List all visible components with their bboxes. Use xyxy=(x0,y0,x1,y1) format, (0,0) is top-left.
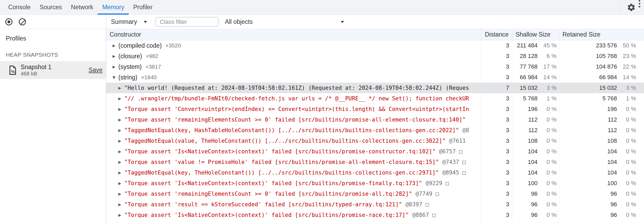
retained-size-value: 104 xyxy=(559,148,617,155)
class-filter-input[interactable] xyxy=(155,17,218,27)
object-id: @8 xyxy=(462,127,469,133)
expand-triangle-icon[interactable]: ▶ xyxy=(118,139,124,143)
shallow-size-cell: 15 0323 % xyxy=(512,83,559,93)
tab-profiler[interactable]: Profiler xyxy=(129,0,157,15)
table-row[interactable]: ▶"// .wrangler/tmp/bundle-FmNIt0/checked… xyxy=(106,93,644,104)
shallow-size-value: 5 768 xyxy=(512,95,538,102)
table-row[interactable]: ▼(string)×1840366 98414 %66 98414 % xyxy=(106,72,644,83)
table-row[interactable]: ▶"Torque assert 'value != PromiseHole' f… xyxy=(106,157,644,167)
expand-triangle-icon[interactable]: ▶ xyxy=(118,118,124,122)
constructor-name: (system) xyxy=(118,63,142,70)
expand-triangle-icon[interactable]: ▶ xyxy=(118,107,124,111)
clear-profiles-button[interactable] xyxy=(19,18,26,25)
profiles-title: Profiles xyxy=(6,35,106,42)
distance-cell: 3 xyxy=(481,104,512,114)
sidebar-item-snapshot-1[interactable]: % Snapshot 1 468 kB Save xyxy=(0,61,106,79)
shallow-size-value: 196 xyxy=(512,106,538,113)
expand-triangle-icon[interactable]: ▶ xyxy=(113,43,118,48)
expand-triangle-icon[interactable]: ▶ xyxy=(118,213,124,217)
retained-size-value: 100 xyxy=(559,180,617,187)
table-row[interactable]: ▶"Torque assert 'Is<NativeContext>(conte… xyxy=(106,210,644,220)
table-row[interactable]: ▶(compiled code)×35203211 48445 %233 576… xyxy=(106,40,644,51)
shallow-size-value: 66 984 xyxy=(512,74,538,81)
objects-filter-select[interactable]: All objects xyxy=(225,18,344,25)
retained-size-percent: 0 % xyxy=(617,169,636,176)
column-header-retained-size[interactable]: Retained Size xyxy=(559,29,644,40)
expand-triangle-icon[interactable]: ▶ xyxy=(118,181,124,185)
expand-triangle-icon[interactable]: ▶ xyxy=(118,202,124,207)
instance-count: ×3817 xyxy=(145,64,161,70)
shallow-size-cell: 1040 % xyxy=(512,146,559,157)
snapshot-toolbar: Summary All objects xyxy=(106,15,644,29)
expand-triangle-icon[interactable]: ▶ xyxy=(118,160,124,164)
table-row[interactable]: ▶"Torque assert 'Convert<uintptr>(endInd… xyxy=(106,104,644,114)
object-id: @9229 □ xyxy=(426,180,449,186)
perspective-select[interactable]: Summary xyxy=(111,18,147,25)
object-id: @7437 □ xyxy=(442,159,466,165)
expand-triangle-icon[interactable]: ▶ xyxy=(118,171,124,175)
tab-console[interactable]: Console xyxy=(4,0,35,15)
retained-size-value: 66 984 xyxy=(559,74,617,81)
constructor-name: "Torque assert 'Is<NativeContext>(contex… xyxy=(124,148,436,155)
expand-triangle-icon[interactable]: ▶ xyxy=(118,128,124,132)
table-row[interactable]: ▶"TaggedNotEqual(value, TheHoleConstant(… xyxy=(106,136,644,146)
table-row[interactable]: ▶"Hello world! (Requested at: 2024-08-19… xyxy=(106,83,644,93)
table-row[interactable]: ▶"Torque assert 'remainingElementsCount … xyxy=(106,189,644,199)
objects-filter-value: All objects xyxy=(225,18,253,25)
collapse-triangle-icon[interactable]: ▼ xyxy=(113,75,118,79)
constructor-cell: ▶"Torque assert 'result == kStoreSuccede… xyxy=(106,199,481,210)
table-row[interactable]: ▶"Torque assert 'Is<NativeContext>(conte… xyxy=(106,146,644,157)
shallow-size-value: 96 xyxy=(512,212,538,218)
table-row[interactable]: ▶"Torque assert 'Is<NativeContext>(conte… xyxy=(106,178,644,189)
save-snapshot-link[interactable]: Save xyxy=(89,66,102,74)
shallow-size-value: 96 xyxy=(512,190,538,197)
more-options-button[interactable] xyxy=(639,0,640,15)
tab-network[interactable]: Network xyxy=(66,0,98,15)
expand-triangle-icon[interactable]: ▶ xyxy=(118,96,124,101)
object-id: @7611 xyxy=(449,138,466,144)
tab-label: Profiler xyxy=(133,4,153,11)
shallow-size-percent: 1 % xyxy=(538,95,557,102)
tab-sources[interactable]: Sources xyxy=(35,0,66,15)
object-id: @8945 □ xyxy=(442,170,466,176)
expand-triangle-icon[interactable]: ▶ xyxy=(113,65,118,69)
record-heap-snapshot-button[interactable] xyxy=(5,18,12,25)
retained-size-value: 104 876 xyxy=(559,63,617,70)
column-header-constructor[interactable]: Constructor xyxy=(106,29,481,40)
retained-size-cell: 1040 % xyxy=(559,167,644,178)
shallow-size-percent: 0 % xyxy=(538,137,557,144)
shallow-size-percent: 0 % xyxy=(538,116,557,123)
constructor-cell: ▶(system)×3817 xyxy=(106,61,481,72)
column-header-shallow-size[interactable]: Shallow Size xyxy=(512,29,559,40)
tab-memory[interactable]: Memory xyxy=(98,0,129,15)
shallow-size-percent: 17 % xyxy=(538,63,557,70)
retained-size-cell: 1120 % xyxy=(559,114,644,125)
column-header-distance[interactable]: Distance xyxy=(481,29,512,40)
retained-size-percent: 0 % xyxy=(617,127,636,134)
expand-triangle-icon[interactable]: ▶ xyxy=(118,192,124,196)
constructor-cell: ▶"// .wrangler/tmp/bundle-FmNIt0/checked… xyxy=(106,93,481,104)
settings-button[interactable] xyxy=(624,0,639,15)
retained-size-cell: 1960 % xyxy=(559,104,644,114)
retained-size-percent: 3 % xyxy=(617,84,636,91)
retained-size-value: 96 xyxy=(559,212,617,218)
expand-triangle-icon[interactable]: ▶ xyxy=(118,149,124,154)
expand-triangle-icon[interactable]: ▶ xyxy=(118,86,124,90)
table-row[interactable]: ▶(system)×3817377 76817 %104 87622 % xyxy=(106,61,644,72)
heap-snapshot-view: Summary All objects Constructor Distance… xyxy=(106,15,644,223)
table-row[interactable]: ▶"Torque assert 'remainingElementsCount … xyxy=(106,114,644,125)
table-row[interactable]: ▶(closure)×982328 1286 %105 76823 % xyxy=(106,51,644,61)
constructor-name: "Torque assert 'result == kStoreSucceded… xyxy=(124,201,402,208)
shallow-size-percent: 3 % xyxy=(538,84,557,91)
table-row[interactable]: ▶"TaggedNotEqual(key, TheHoleConstant())… xyxy=(106,167,644,178)
constructor-name: "TaggedNotEqual(key, HashTableHoleConsta… xyxy=(124,127,459,133)
table-row[interactable]: ▶"TaggedNotEqual(key, HashTableHoleConst… xyxy=(106,125,644,136)
retained-size-cell: 105 76823 % xyxy=(559,51,644,61)
shallow-size-percent: 6 % xyxy=(538,53,557,60)
table-row[interactable]: ▶"Torque assert 'result == kStoreSuccede… xyxy=(106,199,644,210)
retained-size-cell: 1000 % xyxy=(559,178,644,189)
heap-snapshots-section-label: HEAP SNAPSHOTS xyxy=(6,52,106,58)
expand-triangle-icon[interactable]: ▶ xyxy=(113,54,118,58)
distance-cell: 3 xyxy=(481,136,512,146)
shallow-size-value: 96 xyxy=(512,201,538,208)
